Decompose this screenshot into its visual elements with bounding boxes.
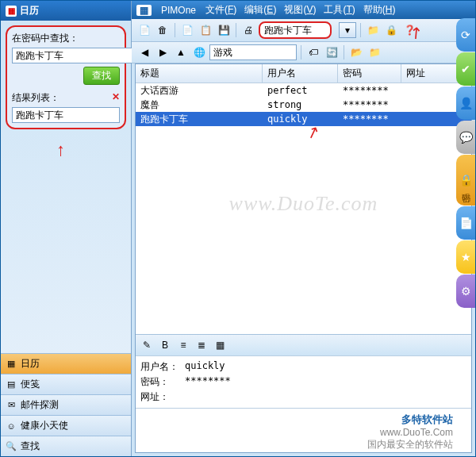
delete-icon[interactable]: 🗑 bbox=[155, 22, 171, 38]
table-row[interactable]: 大话西游 perfect ******** bbox=[136, 83, 471, 98]
image-icon[interactable]: ▦ bbox=[212, 337, 228, 353]
new-doc-icon[interactable]: 📄 bbox=[136, 22, 152, 38]
rail-tab-star[interactable]: ★ bbox=[456, 240, 475, 274]
col-title[interactable]: 标题 bbox=[136, 64, 263, 83]
detail-pass-value: ******** bbox=[185, 375, 231, 389]
folder-open-icon[interactable]: 📂 bbox=[348, 44, 364, 60]
watermark: www.DuoTe.com bbox=[229, 192, 378, 216]
menu-file[interactable]: 文件(F) bbox=[205, 3, 236, 17]
detail-pass-label: 密码： bbox=[140, 375, 178, 389]
footer-branding: 多特软件站 www.DuoTe.Com 国内最安全的软件站 bbox=[367, 413, 453, 451]
rail-tab-user[interactable]: 👤 bbox=[456, 86, 475, 120]
titlebar: ▦ PIMOne 文件(F) 编辑(E) 视图(V) 工具(T) 帮助(H) bbox=[132, 1, 475, 19]
detail-panel: 用户名：quickly 密码：******** 网址： bbox=[136, 355, 471, 408]
path-input[interactable] bbox=[209, 44, 297, 60]
nav-notes[interactable]: ▤便笺 bbox=[1, 374, 131, 394]
main-area: ▦ PIMOne 文件(F) 编辑(E) 视图(V) 工具(T) 帮助(H) 📄… bbox=[132, 1, 475, 456]
mail-icon: ✉ bbox=[6, 400, 17, 411]
search-panel: 在密码中查找： ▾ 查找 结果列表： ✕ bbox=[6, 25, 126, 129]
bold-icon[interactable]: B bbox=[157, 337, 173, 353]
col-user[interactable]: 用户名 bbox=[263, 64, 338, 83]
grid-header: 标题 用户名 密码 网址 bbox=[136, 64, 471, 83]
grid-body: 大话西游 perfect ******** 魔兽 strong ********… bbox=[136, 83, 471, 334]
nav-find[interactable]: 🔍查找 bbox=[1, 436, 131, 456]
up-icon[interactable]: ▲ bbox=[173, 44, 189, 60]
toolbar-search-input[interactable] bbox=[259, 21, 332, 39]
print-icon[interactable]: 🖨 bbox=[240, 22, 256, 38]
angel-icon: ☺ bbox=[6, 421, 17, 432]
folder-icon[interactable]: 📁 bbox=[367, 44, 382, 60]
toolbar-search-dropdown[interactable]: ▾ bbox=[339, 22, 356, 38]
rail-tab-password[interactable]: 🔒密码 bbox=[456, 155, 475, 205]
list-icon[interactable]: ≣ bbox=[194, 337, 209, 353]
find-button[interactable]: 查找 bbox=[83, 67, 120, 85]
toolbar-nav: ◀ ▶ ▲ 🌐 🏷 🔄 📂 📁 bbox=[132, 42, 475, 63]
nav-mail[interactable]: ✉邮件探测 bbox=[1, 394, 131, 415]
calendar-icon: ▦ bbox=[6, 359, 17, 370]
rail-tab-chat[interactable]: 💬 bbox=[456, 121, 475, 154]
globe-icon[interactable]: 🌐 bbox=[191, 44, 207, 60]
detail-user-label: 用户名： bbox=[140, 360, 178, 374]
col-pass[interactable]: 密码 bbox=[338, 64, 401, 83]
search-icon: 🔍 bbox=[6, 441, 17, 452]
edit-icon[interactable]: ✎ bbox=[139, 337, 155, 353]
folder-icon[interactable]: 📁 bbox=[365, 22, 381, 38]
forward-icon[interactable]: ▶ bbox=[155, 44, 171, 60]
note-icon: ▤ bbox=[6, 379, 17, 390]
refresh-icon[interactable]: 🔄 bbox=[324, 44, 340, 60]
rail-tab-doc[interactable]: 📄 bbox=[456, 206, 475, 240]
align-icon[interactable]: ≡ bbox=[175, 337, 191, 353]
detail-user-value: quickly bbox=[185, 360, 225, 374]
menu-view[interactable]: 视图(V) bbox=[284, 3, 316, 17]
right-rail: ⟳ ✔ 👤 💬 🔒密码 📄 ★ ⚙ bbox=[456, 18, 475, 308]
clear-results-icon[interactable]: ✕ bbox=[112, 91, 120, 105]
paste-icon[interactable]: 📋 bbox=[198, 22, 213, 38]
search-input[interactable] bbox=[12, 48, 139, 63]
app-logo: ▦ bbox=[136, 5, 152, 16]
table-row[interactable]: 魔兽 strong ******** bbox=[136, 98, 471, 112]
menu-help[interactable]: 帮助(H) bbox=[363, 3, 396, 17]
tag-icon[interactable]: 🏷 bbox=[305, 44, 321, 60]
menu-edit[interactable]: 编辑(E) bbox=[244, 3, 276, 17]
sidebar-nav: ▦日历 ▤便笺 ✉邮件探测 ☺健康小天使 🔍查找 bbox=[1, 353, 131, 456]
rail-tab-gear[interactable]: ⚙ bbox=[456, 275, 475, 308]
detail-toolbar: ✎ B ≡ ≣ ▦ bbox=[136, 334, 471, 355]
search-label: 在密码中查找： bbox=[12, 32, 120, 45]
rail-tab-check[interactable]: ✔ bbox=[456, 52, 475, 86]
menu-bar: 文件(F) 编辑(E) 视图(V) 工具(T) 帮助(H) bbox=[205, 3, 395, 17]
table-row[interactable]: 跑跑卡丁车 quickly ******** bbox=[136, 112, 471, 126]
calendar-icon: ▦ bbox=[6, 6, 17, 17]
detail-url-label: 网址： bbox=[140, 390, 178, 404]
rail-tab-sync[interactable]: ⟳ bbox=[456, 18, 475, 52]
nav-calendar[interactable]: ▦日历 bbox=[1, 353, 131, 374]
result-input[interactable] bbox=[12, 107, 120, 123]
result-label: 结果列表： bbox=[12, 91, 60, 105]
sidebar: ▦ 日历 在密码中查找： ▾ 查找 结果列表： ✕ ↑ bbox=[1, 1, 132, 456]
chevron-down-icon: ▾ bbox=[345, 25, 350, 36]
sidebar-header: ▦ 日历 bbox=[1, 1, 131, 21]
back-icon[interactable]: ◀ bbox=[136, 44, 152, 60]
menu-tools[interactable]: 工具(T) bbox=[324, 3, 355, 17]
save-icon[interactable]: 💾 bbox=[216, 22, 232, 38]
annotation-arrow-icon: ↑ bbox=[56, 140, 65, 160]
app-title: PIMOne bbox=[161, 5, 196, 16]
lock-icon[interactable]: 🔒 bbox=[383, 22, 399, 38]
sidebar-title: 日历 bbox=[20, 4, 39, 17]
nav-health[interactable]: ☺健康小天使 bbox=[1, 415, 131, 436]
copy-icon[interactable]: 📄 bbox=[179, 22, 195, 38]
content-panel: 标题 用户名 密码 网址 大话西游 perfect ******** 魔兽 st… bbox=[135, 63, 472, 453]
